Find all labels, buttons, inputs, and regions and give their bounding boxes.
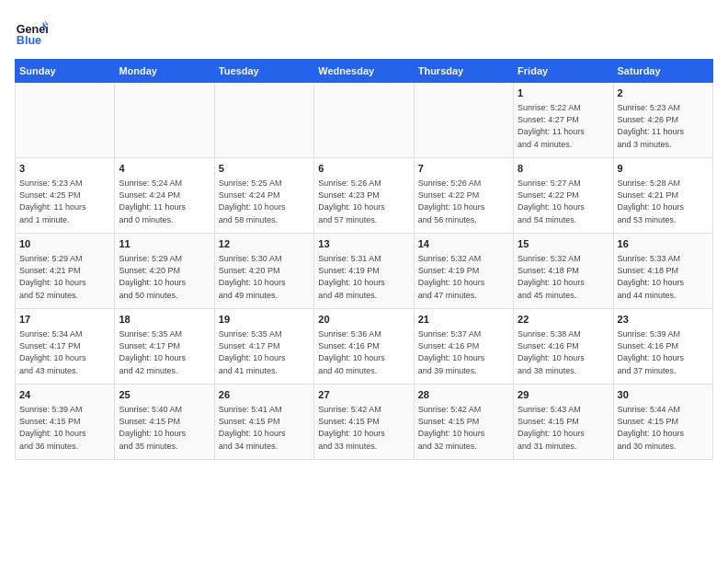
day-info: Sunrise: 5:23 AM Sunset: 4:26 PM Dayligh… (618, 102, 709, 150)
day-info: Sunrise: 5:32 AM Sunset: 4:19 PM Dayligh… (418, 253, 509, 301)
day-info: Sunrise: 5:35 AM Sunset: 4:17 PM Dayligh… (219, 328, 310, 376)
day-number: 19 (219, 313, 310, 327)
day-info: Sunrise: 5:29 AM Sunset: 4:21 PM Dayligh… (19, 253, 110, 301)
day-info: Sunrise: 5:44 AM Sunset: 4:15 PM Dayligh… (618, 404, 709, 452)
day-info: Sunrise: 5:43 AM Sunset: 4:15 PM Dayligh… (518, 404, 609, 452)
calendar-cell: 7Sunrise: 5:26 AM Sunset: 4:22 PM Daylig… (414, 158, 513, 234)
day-number: 25 (119, 388, 210, 402)
day-number: 24 (19, 388, 110, 402)
day-info: Sunrise: 5:34 AM Sunset: 4:17 PM Dayligh… (19, 328, 110, 376)
day-info: Sunrise: 5:33 AM Sunset: 4:18 PM Dayligh… (618, 253, 709, 301)
calendar-cell: 30Sunrise: 5:44 AM Sunset: 4:15 PM Dayli… (613, 385, 712, 460)
day-info: Sunrise: 5:27 AM Sunset: 4:22 PM Dayligh… (518, 178, 609, 225)
day-info: Sunrise: 5:42 AM Sunset: 4:15 PM Dayligh… (318, 404, 409, 452)
day-number: 14 (418, 237, 509, 251)
calendar-cell: 20Sunrise: 5:36 AM Sunset: 4:16 PM Dayli… (314, 309, 414, 385)
day-number: 26 (219, 388, 310, 402)
calendar-cell: 25Sunrise: 5:40 AM Sunset: 4:15 PM Dayli… (115, 385, 214, 460)
day-info: Sunrise: 5:36 AM Sunset: 4:16 PM Dayligh… (318, 328, 409, 376)
calendar-cell (414, 83, 513, 158)
calendar-cell: 10Sunrise: 5:29 AM Sunset: 4:21 PM Dayli… (16, 234, 115, 309)
day-number: 22 (518, 313, 609, 327)
week-row-3: 10Sunrise: 5:29 AM Sunset: 4:21 PM Dayli… (16, 234, 713, 309)
day-info: Sunrise: 5:42 AM Sunset: 4:15 PM Dayligh… (418, 404, 509, 452)
day-info: Sunrise: 5:22 AM Sunset: 4:27 PM Dayligh… (518, 102, 609, 150)
day-number: 12 (219, 237, 310, 251)
calendar-cell: 28Sunrise: 5:42 AM Sunset: 4:15 PM Dayli… (414, 385, 513, 460)
day-number: 9 (618, 162, 709, 176)
day-info: Sunrise: 5:26 AM Sunset: 4:22 PM Dayligh… (418, 178, 509, 225)
logo-icon: General Blue (15, 15, 48, 48)
calendar-cell: 29Sunrise: 5:43 AM Sunset: 4:15 PM Dayli… (514, 385, 613, 460)
logo: General Blue (15, 15, 51, 48)
header: General Blue (15, 15, 713, 48)
day-number: 3 (19, 162, 110, 176)
day-number: 15 (518, 237, 609, 251)
day-info: Sunrise: 5:25 AM Sunset: 4:24 PM Dayligh… (219, 178, 310, 225)
day-number: 29 (518, 388, 609, 402)
calendar-cell: 17Sunrise: 5:34 AM Sunset: 4:17 PM Dayli… (16, 309, 115, 385)
day-info: Sunrise: 5:39 AM Sunset: 4:15 PM Dayligh… (19, 404, 110, 452)
week-row-1: 1Sunrise: 5:22 AM Sunset: 4:27 PM Daylig… (16, 83, 713, 158)
calendar-cell: 12Sunrise: 5:30 AM Sunset: 4:20 PM Dayli… (214, 234, 313, 309)
week-row-2: 3Sunrise: 5:23 AM Sunset: 4:25 PM Daylig… (16, 158, 713, 234)
calendar-cell: 19Sunrise: 5:35 AM Sunset: 4:17 PM Dayli… (214, 309, 313, 385)
calendar-cell (16, 83, 115, 158)
calendar-cell: 21Sunrise: 5:37 AM Sunset: 4:16 PM Dayli… (414, 309, 513, 385)
calendar-cell (115, 83, 214, 158)
day-info: Sunrise: 5:39 AM Sunset: 4:16 PM Dayligh… (618, 328, 709, 376)
header-day-tuesday: Tuesday (214, 60, 313, 83)
day-number: 11 (119, 237, 210, 251)
day-number: 2 (618, 86, 709, 100)
calendar-cell: 15Sunrise: 5:32 AM Sunset: 4:18 PM Dayli… (514, 234, 613, 309)
day-number: 8 (518, 162, 609, 176)
day-number: 7 (418, 162, 509, 176)
calendar-cell: 16Sunrise: 5:33 AM Sunset: 4:18 PM Dayli… (613, 234, 712, 309)
day-info: Sunrise: 5:38 AM Sunset: 4:16 PM Dayligh… (518, 328, 609, 376)
calendar-cell: 14Sunrise: 5:32 AM Sunset: 4:19 PM Dayli… (414, 234, 513, 309)
calendar-cell: 23Sunrise: 5:39 AM Sunset: 4:16 PM Dayli… (613, 309, 712, 385)
calendar-cell: 11Sunrise: 5:29 AM Sunset: 4:20 PM Dayli… (115, 234, 214, 309)
header-day-monday: Monday (115, 60, 214, 83)
day-number: 20 (318, 313, 409, 327)
day-info: Sunrise: 5:23 AM Sunset: 4:25 PM Dayligh… (19, 178, 110, 225)
day-info: Sunrise: 5:37 AM Sunset: 4:16 PM Dayligh… (418, 328, 509, 376)
day-number: 23 (618, 313, 709, 327)
calendar-cell (314, 83, 414, 158)
calendar-cell: 22Sunrise: 5:38 AM Sunset: 4:16 PM Dayli… (514, 309, 613, 385)
calendar-cell: 4Sunrise: 5:24 AM Sunset: 4:24 PM Daylig… (115, 158, 214, 234)
header-day-saturday: Saturday (613, 60, 712, 83)
day-number: 27 (318, 388, 409, 402)
calendar-header-row: SundayMondayTuesdayWednesdayThursdayFrid… (16, 60, 713, 83)
day-number: 6 (318, 162, 409, 176)
day-number: 10 (19, 237, 110, 251)
calendar-cell: 13Sunrise: 5:31 AM Sunset: 4:19 PM Dayli… (314, 234, 414, 309)
day-info: Sunrise: 5:28 AM Sunset: 4:21 PM Dayligh… (618, 178, 709, 225)
calendar-cell: 5Sunrise: 5:25 AM Sunset: 4:24 PM Daylig… (214, 158, 313, 234)
day-info: Sunrise: 5:35 AM Sunset: 4:17 PM Dayligh… (119, 328, 210, 376)
calendar-cell: 1Sunrise: 5:22 AM Sunset: 4:27 PM Daylig… (514, 83, 613, 158)
calendar-table: SundayMondayTuesdayWednesdayThursdayFrid… (15, 59, 713, 460)
day-number: 4 (119, 162, 210, 176)
day-number: 30 (618, 388, 709, 402)
header-day-wednesday: Wednesday (314, 60, 414, 83)
day-number: 1 (518, 86, 609, 100)
calendar-cell: 26Sunrise: 5:41 AM Sunset: 4:15 PM Dayli… (214, 385, 313, 460)
week-row-4: 17Sunrise: 5:34 AM Sunset: 4:17 PM Dayli… (16, 309, 713, 385)
header-day-thursday: Thursday (414, 60, 513, 83)
day-number: 5 (219, 162, 310, 176)
day-info: Sunrise: 5:24 AM Sunset: 4:24 PM Dayligh… (119, 178, 210, 225)
calendar-cell: 9Sunrise: 5:28 AM Sunset: 4:21 PM Daylig… (613, 158, 712, 234)
calendar-cell: 6Sunrise: 5:26 AM Sunset: 4:23 PM Daylig… (314, 158, 414, 234)
day-number: 18 (119, 313, 210, 327)
day-info: Sunrise: 5:41 AM Sunset: 4:15 PM Dayligh… (219, 404, 310, 452)
svg-text:Blue: Blue (17, 34, 41, 47)
day-info: Sunrise: 5:40 AM Sunset: 4:15 PM Dayligh… (119, 404, 210, 452)
day-info: Sunrise: 5:29 AM Sunset: 4:20 PM Dayligh… (119, 253, 210, 301)
calendar-cell: 3Sunrise: 5:23 AM Sunset: 4:25 PM Daylig… (16, 158, 115, 234)
day-number: 17 (19, 313, 110, 327)
calendar-cell: 18Sunrise: 5:35 AM Sunset: 4:17 PM Dayli… (115, 309, 214, 385)
week-row-5: 24Sunrise: 5:39 AM Sunset: 4:15 PM Dayli… (16, 385, 713, 460)
calendar-cell: 2Sunrise: 5:23 AM Sunset: 4:26 PM Daylig… (613, 83, 712, 158)
calendar-cell: 8Sunrise: 5:27 AM Sunset: 4:22 PM Daylig… (514, 158, 613, 234)
